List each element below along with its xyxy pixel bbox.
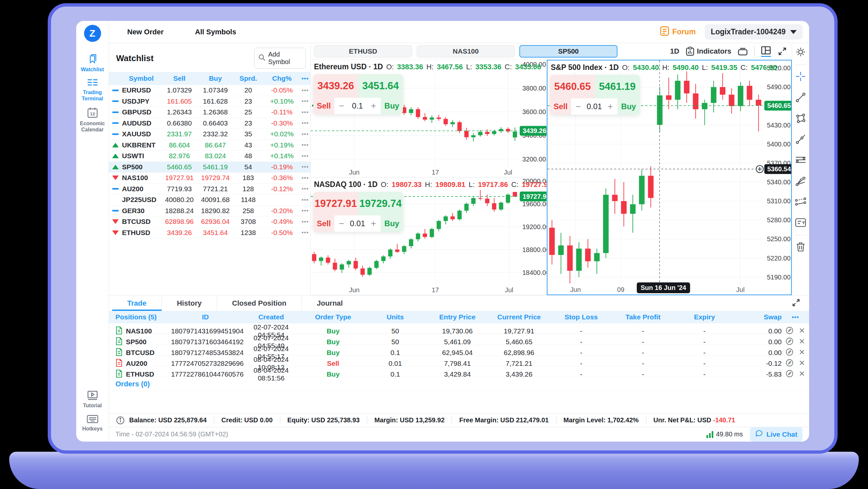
buy-price-box[interactable]: 19729.74 xyxy=(358,192,403,216)
live-chat-button[interactable]: Live Chat xyxy=(750,427,803,442)
snapshot-icon[interactable] xyxy=(738,47,748,56)
sell-button[interactable]: Sell xyxy=(550,98,571,115)
notes-icon[interactable] xyxy=(795,217,807,229)
row-menu-icon[interactable]: ••• xyxy=(300,185,310,192)
buy-button[interactable]: Buy xyxy=(381,216,403,232)
edit-position-icon[interactable] xyxy=(785,337,794,347)
watchlist-row-au200[interactable]: AU200 7719.93 7721.21 128 -0.12% ••• xyxy=(109,184,310,195)
chart-nas100[interactable]: 20000.0019600.0019200.0018800.0018400.00… xyxy=(311,177,547,295)
tab-journal[interactable]: Journal xyxy=(302,295,358,311)
add-symbol-search[interactable]: Add Symbol xyxy=(254,48,306,69)
shape-icon[interactable] xyxy=(795,113,806,125)
watchlist-header-menu-icon[interactable]: ••• xyxy=(300,75,310,82)
buy-button[interactable]: Buy xyxy=(618,98,640,115)
sell-price-box[interactable]: 3439.26 xyxy=(313,74,358,98)
position-row-au200[interactable]: AU200 1777247052732829696 08-04-2024 10:… xyxy=(109,356,809,366)
edit-position-icon[interactable] xyxy=(785,348,794,358)
row-menu-icon[interactable]: ••• xyxy=(300,229,310,236)
row-menu-icon[interactable]: ••• xyxy=(300,153,310,160)
account-dropdown[interactable]: LogixTrader-1004249 xyxy=(705,24,803,39)
minus-icon[interactable]: − xyxy=(576,101,581,112)
trash-icon[interactable] xyxy=(796,241,806,254)
position-row-btcusd[interactable]: BTCUSD 1807971274853453824 02-07-2024 04… xyxy=(109,345,809,356)
polyline-icon[interactable] xyxy=(795,196,807,209)
buy-price-box[interactable]: 5461.19 xyxy=(595,75,640,98)
positions-section-label[interactable]: Positions (5) xyxy=(109,313,171,321)
horizontal-lines-icon[interactable] xyxy=(795,155,807,167)
chart-ethusd[interactable]: 4000.003800.003600.003400.003200.00Jun17… xyxy=(311,60,547,177)
buy-price-box[interactable]: 3451.64 xyxy=(358,74,403,98)
sell-price-box[interactable]: 5460.65 xyxy=(550,75,595,98)
sell-price-box[interactable]: 19727.91 xyxy=(313,192,358,216)
sidebar-item-hotkeys[interactable]: Hotkeys xyxy=(82,414,102,432)
watchlist-row-btcusd[interactable]: BTCUSD 62898.96 62936.04 3708 -0.49% ••• xyxy=(109,217,310,228)
menu-all-symbols[interactable]: All Symbols xyxy=(195,28,236,36)
row-menu-icon[interactable]: ••• xyxy=(300,207,310,214)
settings-gear-icon[interactable] xyxy=(795,46,806,59)
panel-expand-icon[interactable] xyxy=(792,298,801,308)
layout-button[interactable] xyxy=(761,46,771,57)
edit-position-icon[interactable] xyxy=(785,327,794,336)
watchlist-row-ukbrent[interactable]: UKBRENT 86.604 86.647 43 +0.19% ••• xyxy=(109,140,310,151)
row-menu-icon[interactable]: ••• xyxy=(300,196,310,203)
tab-closed-position[interactable]: Closed Position xyxy=(217,295,302,311)
trend-line-icon[interactable] xyxy=(795,92,806,104)
timeframe-button[interactable]: 1D xyxy=(670,47,679,56)
quantity-stepper[interactable]: − 0.01 + xyxy=(334,216,381,232)
watchlist-row-gbpusd[interactable]: GBPUSD 1.26343 1.26368 25 -0.11% ••• xyxy=(109,107,310,118)
chart-tab-ethusd[interactable]: ETHUSD xyxy=(314,45,412,58)
buy-button[interactable]: Buy xyxy=(381,98,403,114)
watchlist-row-audusd[interactable]: AUDUSD 0.66380 0.66403 23 -0.30% ••• xyxy=(109,118,310,129)
sidebar-item-economic-calendar[interactable]: 12 Economic Calendar xyxy=(76,107,108,133)
watchlist-row-xauusd[interactable]: XAUUSD 2331.97 2332.32 35 +0.02% ••• xyxy=(109,129,310,140)
row-menu-icon[interactable]: ••• xyxy=(300,163,310,170)
sidebar-item-trading-terminal[interactable]: Trading Terminal xyxy=(76,78,108,102)
watchlist-row-nas100[interactable]: NAS100 19727.91 19729.74 183 -0.36% ••• xyxy=(109,172,310,184)
close-position-icon[interactable] xyxy=(799,360,805,368)
row-menu-icon[interactable]: ••• xyxy=(300,218,310,225)
minus-icon[interactable]: − xyxy=(339,101,344,111)
watchlist-row-sp500[interactable]: SP500 5460.65 5461.19 54 -0.19% ••• xyxy=(109,162,310,173)
plus-icon[interactable]: + xyxy=(371,101,376,111)
app-logo-icon[interactable]: Z xyxy=(84,25,101,42)
plus-icon[interactable]: + xyxy=(608,101,613,112)
tab-trade[interactable]: Trade xyxy=(112,295,162,311)
row-menu-icon[interactable]: ••• xyxy=(300,98,310,105)
row-menu-icon[interactable]: ••• xyxy=(300,109,310,116)
fullscreen-icon[interactable] xyxy=(777,46,787,56)
quantity-stepper[interactable]: − 0.1 + xyxy=(334,98,381,114)
tab-history[interactable]: History xyxy=(162,295,217,311)
ray-line-icon[interactable] xyxy=(795,134,806,146)
row-menu-icon[interactable]: ••• xyxy=(300,141,310,149)
forum-button[interactable]: Forum xyxy=(660,26,696,38)
fan-lines-icon[interactable] xyxy=(795,175,806,188)
watchlist-row-eurusd[interactable]: EURUSD 1.07329 1.07349 20 -0.05% ••• xyxy=(109,85,310,96)
orders-section-label[interactable]: Orders (0) xyxy=(116,380,150,388)
positions-menu-icon[interactable]: ••• xyxy=(782,314,809,321)
crosshair-icon[interactable] xyxy=(795,71,806,84)
watchlist-row-ger30[interactable]: GER30 18288.24 18290.82 258 -0.20% ••• xyxy=(109,205,310,217)
minus-icon[interactable]: − xyxy=(339,218,344,229)
menu-new-order[interactable]: New Order xyxy=(127,28,163,36)
row-menu-icon[interactable]: ••• xyxy=(300,120,310,127)
sidebar-item-watchlist[interactable]: Watchlist xyxy=(76,54,108,72)
quantity-stepper[interactable]: − 0.01 + xyxy=(571,98,618,115)
sell-button[interactable]: Sell xyxy=(313,216,334,232)
sidebar-item-tutorial[interactable]: Tutorial xyxy=(82,390,102,409)
row-menu-icon[interactable]: ••• xyxy=(300,174,310,182)
row-menu-icon[interactable]: ••• xyxy=(300,131,310,138)
position-row-nas100[interactable]: NAS100 1807971431699451904 02-07-2024 04… xyxy=(109,323,809,334)
close-position-icon[interactable] xyxy=(799,338,805,346)
watchlist-row-jp225usd[interactable]: JP225USD 40080.20 40091.68 1148 ••• xyxy=(109,195,310,205)
position-row-ethusd[interactable]: ETHUSD 1777227861044760576 08-04-2024 08… xyxy=(109,366,809,377)
chart-tab-nas100[interactable]: NAS100 xyxy=(417,45,515,58)
indicators-button[interactable]: Indicators xyxy=(686,47,731,56)
chart-tab-sp500[interactable]: SP500 xyxy=(519,45,618,58)
watchlist-row-usdjpy[interactable]: USDJPY 161.605 161.628 23 +0.10% ••• xyxy=(109,96,310,107)
close-position-icon[interactable] xyxy=(799,349,805,357)
sell-button[interactable]: Sell xyxy=(313,98,334,114)
chart-sp500[interactable]: 5520.005490.005460.005430.005400.005370.… xyxy=(547,60,792,295)
position-row-sp500[interactable]: SP500 1807971371603464192 02-07-2024 04:… xyxy=(109,334,809,345)
watchlist-row-ethusd[interactable]: ETHUSD 3439.26 3451.64 1238 -0.50% ••• xyxy=(109,228,310,239)
row-menu-icon[interactable]: ••• xyxy=(300,87,310,94)
